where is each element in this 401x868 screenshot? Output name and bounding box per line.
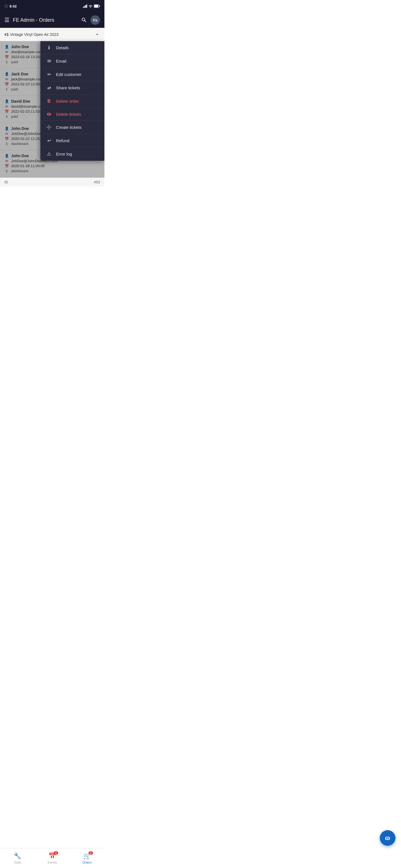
table-order-num: #53 [94, 180, 100, 184]
menu-item-share-tickets[interactable]: ⇄ Share tickets [40, 81, 105, 95]
status-bar: 9:42 [0, 0, 105, 12]
menu-item-label-details: Details [56, 45, 69, 50]
menu-item-delete-tickets[interactable]: 🎟 Delete tickets [40, 108, 105, 121]
menu-item-label-edit-customer: Edit customer [56, 72, 82, 77]
event-selector[interactable]: #1 Vintage Vinyl Open Air 2023 [0, 28, 105, 41]
menu-item-icon-edit-customer: ✏ [46, 72, 52, 77]
menu-item-details[interactable]: ℹ Details [40, 41, 105, 55]
event-name: Vintage Vinyl Open Air 2023 [10, 32, 58, 37]
status-left: 9:42 [4, 4, 17, 8]
menu-item-delete-order[interactable]: 🗑 Delete order [40, 95, 105, 108]
menu-icon[interactable]: ☰ [4, 17, 9, 23]
menu-item-icon-delete-order: 🗑 [46, 98, 52, 103]
avatar[interactable]: Fa [90, 15, 100, 25]
svg-rect-1 [94, 5, 98, 7]
app-header: ☰ FE Admin - Orders Fa [0, 12, 105, 28]
menu-item-create-tickets[interactable]: ➕ Create tickets [40, 121, 105, 134]
menu-item-icon-details: ℹ [46, 45, 52, 50]
menu-item-label-create-tickets: Create tickets [56, 125, 82, 130]
header-icons: Fa [81, 15, 100, 25]
event-prefix: #1 [4, 32, 9, 37]
wifi-icon [88, 4, 93, 8]
event-selector-text: #1 Vintage Vinyl Open Air 2023 [4, 32, 58, 37]
menu-item-label-share-tickets: Share tickets [56, 85, 80, 90]
menu-item-icon-refund: ↩ [46, 138, 52, 143]
header-title: FE Admin - Orders [13, 17, 78, 23]
menu-item-refund[interactable]: ↩ Refund [40, 134, 105, 148]
menu-item-label-refund: Refund [56, 138, 69, 143]
status-dot [4, 4, 8, 8]
search-icon[interactable] [81, 17, 87, 23]
menu-item-edit-customer[interactable]: ✏ Edit customer [40, 68, 105, 81]
menu-item-label-error-log: Error log [56, 152, 72, 156]
battery-icon [94, 4, 100, 8]
table-footer: ID #53 [0, 178, 105, 186]
table-id-label: ID [4, 180, 8, 184]
menu-item-error-log[interactable]: ⚠ Error log [40, 148, 105, 161]
menu-item-icon-email: ✉ [46, 58, 52, 64]
menu-item-icon-error-log: ⚠ [46, 151, 52, 157]
svg-rect-2 [99, 6, 100, 7]
chevron-down-icon [94, 32, 100, 37]
menu-item-label-delete-tickets: Delete tickets [56, 112, 81, 117]
orders-section: 👤 John Doe ✉ doe@example.com 📅 2023-02-1… [0, 41, 105, 178]
menu-item-label-delete-order: Delete order [56, 99, 79, 103]
status-right [83, 4, 100, 8]
menu-item-label-email: Email [56, 59, 66, 63]
context-menu: ℹ Details ✉ Email ✏ Edit customer ⇄ Shar… [40, 41, 105, 161]
menu-item-email[interactable]: ✉ Email [40, 55, 105, 68]
signal-icon [83, 4, 87, 8]
menu-item-icon-create-tickets: ➕ [46, 125, 52, 130]
menu-item-icon-delete-tickets: 🎟 [46, 112, 52, 117]
menu-item-icon-share-tickets: ⇄ [46, 85, 52, 90]
status-time: 9:42 [9, 4, 17, 8]
